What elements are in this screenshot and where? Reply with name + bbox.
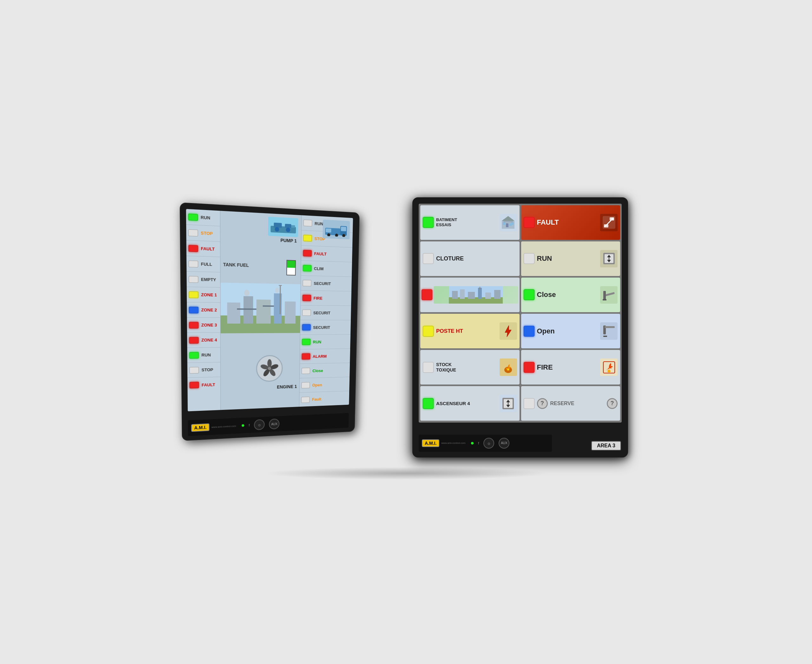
p2-status-dot	[471, 442, 474, 444]
cell-stock-toxique[interactable]: STOCKTOXIQUE	[420, 350, 519, 384]
open-text: Open	[537, 327, 598, 335]
p1-zone3-led[interactable]	[189, 322, 199, 328]
svg-rect-12	[285, 301, 296, 324]
p1-empty-row: EMPTY	[187, 271, 220, 287]
p2-grid: BATIMENTESSAIS	[419, 203, 622, 423]
pr-open-led[interactable]	[301, 382, 310, 388]
svg-rect-61	[603, 299, 607, 300]
toxic-icon	[500, 358, 517, 376]
pr-run2-led[interactable]	[302, 339, 311, 345]
pr-sec2-row: SECURIT	[300, 305, 351, 320]
reserve-q-left-icon: ?	[537, 398, 548, 409]
fire-text: FIRE	[537, 363, 598, 371]
pr-fault2-led[interactable]	[301, 396, 310, 403]
pr-alarm-label: ALARM	[313, 354, 327, 358]
p1-zone4-led[interactable]	[189, 337, 199, 343]
cell-fire-right[interactable]: FIRE	[521, 350, 620, 384]
p1-empty-led[interactable]	[189, 276, 198, 283]
p1-ami-logo: A.M.I.	[191, 423, 210, 432]
p1-fault2-label: FAULT	[202, 382, 215, 387]
p1-f-label: f	[249, 423, 250, 427]
p1-stop-label: STOP	[201, 230, 213, 236]
pr-fault-label: FAULT	[314, 251, 326, 256]
pr-sec1-row: SECURIT	[301, 275, 352, 291]
p1-stop-row: STOP	[186, 225, 220, 242]
p1-full-led[interactable]	[189, 260, 198, 267]
pr-close-led[interactable]	[302, 368, 310, 374]
svg-rect-54	[468, 292, 475, 299]
p1-aux-button[interactable]: AUX	[269, 418, 280, 429]
p2-f-label: f	[478, 441, 479, 445]
p1-zone3-row: ZONE 3	[187, 317, 220, 333]
p1-light-button[interactable]: ☼	[254, 419, 265, 430]
panel1-screen: RUN STOP FAULT FULL	[186, 209, 353, 411]
reserve-text: RESERVE	[550, 401, 605, 407]
p1-status-dot	[242, 424, 244, 427]
pr-run-led[interactable]	[304, 220, 312, 226]
p1-run2-row: RUN	[187, 347, 220, 363]
pr-open-row: Open	[299, 377, 350, 393]
p1-stop-led[interactable]	[189, 229, 198, 236]
cell-poste-ht[interactable]: POSTE HT	[420, 314, 519, 348]
fire-left-led	[421, 289, 432, 300]
close-led	[524, 289, 534, 300]
pr-clim-label: CLIM	[314, 266, 324, 271]
pr-clim-led[interactable]	[303, 265, 311, 271]
svg-rect-42	[604, 224, 609, 228]
p1-center-area: PUMP 1 TANK FUEL	[220, 211, 302, 410]
batiment-led	[423, 217, 434, 228]
p1-run2-led[interactable]	[189, 352, 199, 358]
cell-fire-left[interactable]	[420, 278, 519, 312]
pr-run2-row: RUN	[300, 334, 350, 349]
panel2-screen: BATIMENTESSAIS	[419, 203, 622, 423]
pr-fire-led[interactable]	[303, 295, 311, 301]
svg-rect-1	[274, 222, 282, 228]
svg-rect-55	[478, 288, 482, 299]
reserve-q-right-icon: ?	[607, 398, 618, 409]
pr-stop-led[interactable]	[303, 234, 312, 241]
panel2: BATIMENTESSAIS	[412, 197, 628, 457]
p1-right-col: RUN STOP FAULT CLIM	[299, 215, 353, 407]
svg-rect-8	[227, 302, 240, 324]
p1-zone2-led[interactable]	[189, 306, 199, 313]
panel1: RUN STOP FAULT FULL	[180, 202, 360, 441]
cell-cloture[interactable]: CLOTURE	[420, 241, 519, 276]
pr-close-row: Close	[300, 363, 350, 379]
engine-label: ENGINE 1	[277, 384, 297, 389]
pr-alarm-led[interactable]	[302, 353, 310, 360]
pr-run-label: RUN	[315, 221, 323, 226]
p1-zone1-label: ZONE 1	[201, 292, 217, 297]
pr-sec2-led[interactable]	[302, 309, 311, 316]
pr-sec2-label: SECURIT	[313, 310, 330, 315]
cloture-text: CLOTURE	[436, 256, 517, 262]
svg-rect-10	[256, 299, 270, 324]
fault-led	[524, 217, 534, 228]
pr-fire-row: FIRE	[301, 290, 351, 306]
cell-open[interactable]: Open	[521, 314, 620, 348]
pr-sec3-led[interactable]	[302, 324, 311, 330]
pr-sec1-led[interactable]	[303, 280, 311, 286]
p1-run-led[interactable]	[188, 213, 198, 220]
pr-fault-led[interactable]	[303, 250, 311, 256]
p2-light-button[interactable]: ☼	[483, 438, 494, 449]
pump-label: PUMP 1	[280, 238, 297, 243]
pr-run2-label: RUN	[313, 339, 321, 344]
poste-led	[423, 326, 434, 337]
cell-fault[interactable]: FAULT	[521, 205, 620, 240]
pr-alarm-row: ALARM	[300, 349, 350, 364]
p1-fault2-led[interactable]	[189, 382, 199, 388]
p1-stop2-led[interactable]	[189, 367, 199, 373]
p1-zone1-led[interactable]	[189, 291, 198, 298]
cell-close[interactable]: Close	[521, 278, 620, 312]
cell-batiment[interactable]: BATIMENTESSAIS	[420, 205, 519, 240]
p1-fault-led[interactable]	[189, 244, 198, 252]
p1-zone1-row: ZONE 1	[187, 287, 220, 302]
svg-rect-57	[494, 290, 501, 299]
svg-rect-32	[326, 228, 331, 232]
close-text: Close	[537, 291, 598, 299]
tank-fuel-label: TANK FUEL	[223, 262, 249, 268]
p2-aux-button[interactable]: AUX	[499, 438, 509, 449]
cell-ascenseur[interactable]: ASCENSEUR 4	[420, 386, 519, 421]
cell-reserve[interactable]: ? RESERVE ?	[521, 386, 620, 421]
cell-run[interactable]: RUN	[521, 241, 620, 276]
